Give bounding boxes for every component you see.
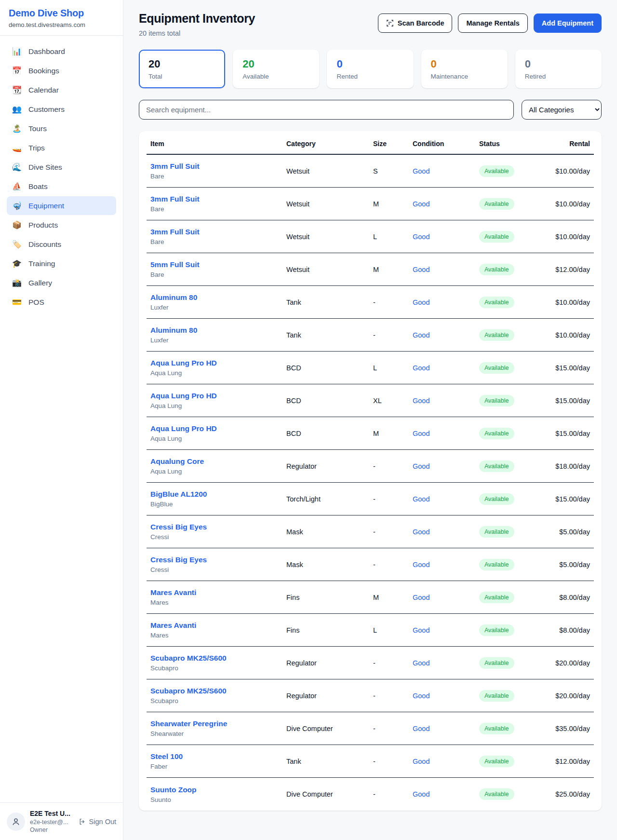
equipment-icon: 🤿 xyxy=(12,201,22,210)
add-equipment-label: Add Equipment xyxy=(542,19,593,27)
stat-card-available[interactable]: 20 Available xyxy=(233,50,319,88)
sidebar-item-gallery[interactable]: 📸 Gallery xyxy=(7,273,116,292)
sidebar-item-dashboard[interactable]: 📊 Dashboard xyxy=(7,42,116,61)
sign-out-button[interactable]: Sign Out xyxy=(79,818,116,826)
item-name-link[interactable]: Aqualung Core xyxy=(150,457,286,466)
dive-sites-icon: 🌊 xyxy=(12,163,22,172)
person-icon xyxy=(12,817,20,826)
item-size: M xyxy=(373,200,413,208)
item-condition-link[interactable]: Good xyxy=(413,528,479,536)
manage-rentals-button[interactable]: Manage Rentals xyxy=(458,14,527,33)
item-condition-link[interactable]: Good xyxy=(413,397,479,405)
item-rental-rate: $18.00/day xyxy=(537,462,590,470)
item-condition-link[interactable]: Good xyxy=(413,561,479,569)
item-condition-link[interactable]: Good xyxy=(413,692,479,700)
sidebar-item-products[interactable]: 📦 Products xyxy=(7,216,116,234)
item-name-link[interactable]: 3mm Full Suit xyxy=(150,228,286,236)
item-condition-link[interactable]: Good xyxy=(413,167,479,175)
sidebar-item-boats[interactable]: ⛵ Boats xyxy=(7,177,116,196)
sidebar-item-bookings[interactable]: 📅 Bookings xyxy=(7,61,116,80)
item-name-link[interactable]: Scubapro MK25/S600 xyxy=(150,654,286,663)
avatar xyxy=(7,813,25,831)
sidebar-item-tours[interactable]: 🏝️ Tours xyxy=(7,119,116,138)
stat-card-total[interactable]: 20 Total xyxy=(139,50,225,88)
item-condition-link[interactable]: Good xyxy=(413,790,479,798)
sidebar-item-calendar[interactable]: 📆 Calendar xyxy=(7,81,116,99)
item-name-link[interactable]: Aluminum 80 xyxy=(150,293,286,302)
table-row: 3mm Full Suit Bare Wetsuit S Good Availa… xyxy=(147,155,594,188)
item-condition-link[interactable]: Good xyxy=(413,594,479,601)
item-name-link[interactable]: Mares Avanti xyxy=(150,621,286,630)
item-condition-link[interactable]: Good xyxy=(413,430,479,437)
item-size: L xyxy=(373,233,413,241)
column-header-rental: Rental xyxy=(537,140,590,148)
bookings-icon: 📅 xyxy=(12,66,22,75)
stat-label: Retired xyxy=(525,73,592,80)
table-row: Cressi Big Eyes Cressi Mask - Good Avail… xyxy=(147,515,594,548)
sidebar-item-pos[interactable]: 💳 POS xyxy=(7,293,116,312)
item-condition-link[interactable]: Good xyxy=(413,626,479,634)
item-name-link[interactable]: Cressi Big Eyes xyxy=(150,523,286,531)
item-name-link[interactable]: Aqua Lung Pro HD xyxy=(150,392,286,400)
item-condition-link[interactable]: Good xyxy=(413,266,479,273)
stat-value: 0 xyxy=(525,58,592,70)
category-select[interactable]: All Categories xyxy=(522,100,602,120)
item-condition-link[interactable]: Good xyxy=(413,495,479,503)
item-condition-link[interactable]: Good xyxy=(413,659,479,667)
item-brand: Cressi xyxy=(150,566,286,573)
item-name-link[interactable]: Aqua Lung Pro HD xyxy=(150,424,286,433)
stat-card-retired[interactable]: 0 Retired xyxy=(515,50,602,88)
item-name-link[interactable]: Mares Avanti xyxy=(150,588,286,597)
item-condition-link[interactable]: Good xyxy=(413,331,479,339)
column-header-category: Category xyxy=(286,140,373,148)
item-condition-link[interactable]: Good xyxy=(413,364,479,372)
item-name-link[interactable]: BigBlue AL1200 xyxy=(150,490,286,499)
status-badge: Available xyxy=(479,297,514,308)
sidebar-item-customers[interactable]: 👥 Customers xyxy=(7,100,116,119)
sidebar-item-dive-sites[interactable]: 🌊 Dive Sites xyxy=(7,158,116,176)
item-name-link[interactable]: Cressi Big Eyes xyxy=(150,555,286,564)
sidebar-item-discounts[interactable]: 🏷️ Discounts xyxy=(7,235,116,254)
item-rental-rate: $10.00/day xyxy=(537,331,590,339)
item-name-link[interactable]: 3mm Full Suit xyxy=(150,162,286,171)
item-name-link[interactable]: Steel 100 xyxy=(150,752,286,761)
item-size: - xyxy=(373,298,413,306)
scan-barcode-button[interactable]: Scan Barcode xyxy=(378,14,453,33)
item-name-link[interactable]: Aqua Lung Pro HD xyxy=(150,359,286,367)
sidebar-item-equipment[interactable]: 🤿 Equipment xyxy=(7,196,116,215)
item-condition-link[interactable]: Good xyxy=(413,462,479,470)
user-role: Owner xyxy=(30,826,70,834)
sidebar-item-trips[interactable]: 🚤 Trips xyxy=(7,138,116,157)
table-row: Suunto Zoop Suunto Dive Computer - Good … xyxy=(147,778,594,811)
search-input[interactable] xyxy=(139,100,514,120)
item-condition-link[interactable]: Good xyxy=(413,298,479,306)
sidebar-item-training[interactable]: 🎓 Training xyxy=(7,254,116,273)
item-size: S xyxy=(373,167,413,175)
item-name-link[interactable]: 3mm Full Suit xyxy=(150,195,286,203)
stat-card-maintenance[interactable]: 0 Maintenance xyxy=(421,50,508,88)
stat-label: Available xyxy=(242,73,309,80)
item-name-link[interactable]: Aluminum 80 xyxy=(150,326,286,335)
item-condition-link[interactable]: Good xyxy=(413,758,479,765)
status-badge: Available xyxy=(479,231,514,243)
item-name-link[interactable]: Scubapro MK25/S600 xyxy=(150,687,286,695)
item-name-link[interactable]: Shearwater Peregrine xyxy=(150,719,286,728)
item-brand: Luxfer xyxy=(150,304,286,311)
item-condition-link[interactable]: Good xyxy=(413,725,479,732)
item-name-link[interactable]: 5mm Full Suit xyxy=(150,260,286,269)
add-equipment-button[interactable]: Add Equipment xyxy=(534,14,602,33)
item-brand: Aqua Lung xyxy=(150,402,286,409)
item-rental-rate: $8.00/day xyxy=(537,594,590,601)
item-size: - xyxy=(373,462,413,470)
item-condition-link[interactable]: Good xyxy=(413,200,479,208)
item-name-link[interactable]: Suunto Zoop xyxy=(150,786,286,794)
item-category: Mask xyxy=(286,528,373,536)
item-condition-link[interactable]: Good xyxy=(413,233,479,241)
table-row: 3mm Full Suit Bare Wetsuit M Good Availa… xyxy=(147,188,594,220)
item-size: - xyxy=(373,725,413,732)
item-category: Regulator xyxy=(286,659,373,667)
stat-card-rented[interactable]: 0 Rented xyxy=(327,50,413,88)
item-category: Wetsuit xyxy=(286,266,373,273)
item-rental-rate: $15.00/day xyxy=(537,495,590,503)
stat-label: Rented xyxy=(336,73,403,80)
